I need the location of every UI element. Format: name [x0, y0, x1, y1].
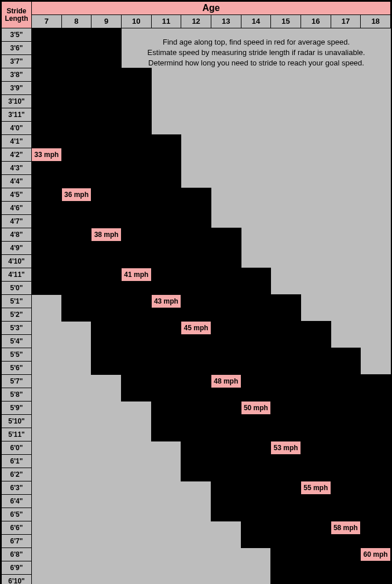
data-cell	[331, 468, 361, 481]
empty-cell	[181, 561, 211, 575]
empty-cell	[32, 375, 62, 388]
empty-cell	[301, 135, 331, 148]
empty-cell	[211, 215, 241, 228]
data-cell	[61, 68, 91, 82]
empty-cell	[181, 108, 211, 122]
empty-cell	[61, 495, 91, 508]
empty-cell	[181, 148, 211, 162]
avg-speed-cell: 38 mph	[91, 228, 122, 242]
data-cell	[361, 375, 391, 388]
stride-label: 5'1"	[2, 295, 32, 308]
data-cell	[241, 268, 271, 282]
data-cell	[151, 428, 181, 441]
data-cell	[121, 282, 151, 295]
empty-cell	[271, 42, 301, 55]
data-cell	[61, 228, 91, 242]
data-cell	[181, 202, 211, 215]
empty-cell	[91, 548, 122, 561]
empty-cell	[271, 82, 301, 95]
data-cell	[271, 455, 301, 468]
empty-cell	[301, 68, 331, 82]
data-cell	[301, 495, 331, 508]
data-cell	[32, 135, 62, 148]
data-cell	[151, 335, 181, 348]
data-cell	[361, 388, 391, 402]
empty-cell	[361, 228, 391, 242]
stride-age-table: Stride Length Age 789101112131415161718 …	[1, 1, 391, 584]
empty-cell	[121, 402, 151, 415]
data-cell	[121, 348, 151, 362]
data-cell	[301, 335, 331, 348]
empty-cell	[271, 215, 301, 228]
age-col-9: 9	[91, 15, 122, 28]
empty-cell	[241, 255, 271, 268]
empty-cell	[271, 95, 301, 108]
data-cell	[61, 215, 91, 228]
empty-cell	[151, 55, 181, 68]
data-cell	[301, 548, 331, 561]
empty-cell	[271, 242, 301, 255]
stride-label: 6'8"	[2, 548, 32, 561]
data-cell	[331, 388, 361, 402]
stride-label: 5'3"	[2, 322, 32, 335]
data-cell	[301, 508, 331, 521]
empty-cell	[61, 402, 91, 415]
data-cell	[361, 468, 391, 481]
data-cell	[211, 428, 241, 441]
empty-cell	[361, 255, 391, 268]
stride-label: 6'3"	[2, 481, 32, 495]
empty-cell	[181, 55, 211, 68]
empty-cell	[211, 162, 241, 175]
data-cell	[331, 508, 361, 521]
empty-cell	[301, 202, 331, 215]
empty-cell	[241, 215, 271, 228]
data-cell	[241, 455, 271, 468]
empty-cell	[361, 162, 391, 175]
stride-label: 5'4"	[2, 335, 32, 348]
data-cell	[361, 508, 391, 521]
empty-cell	[331, 255, 361, 268]
data-cell	[121, 322, 151, 335]
empty-cell	[301, 28, 331, 42]
data-cell	[181, 468, 211, 481]
empty-cell	[32, 308, 62, 322]
empty-cell	[361, 362, 391, 375]
empty-cell	[91, 428, 122, 441]
stride-label: 4'7"	[2, 215, 32, 228]
data-cell	[32, 228, 62, 242]
data-cell	[271, 415, 301, 428]
data-cell	[211, 255, 241, 268]
data-cell	[61, 242, 91, 255]
data-cell	[211, 268, 241, 282]
empty-cell	[301, 108, 331, 122]
data-cell	[151, 268, 181, 282]
empty-cell	[301, 95, 331, 108]
empty-cell	[61, 455, 91, 468]
data-cell	[151, 242, 181, 255]
empty-cell	[241, 95, 271, 108]
data-cell	[211, 388, 241, 402]
empty-cell	[301, 122, 331, 135]
data-cell	[241, 388, 271, 402]
data-cell	[181, 188, 211, 202]
empty-cell	[271, 175, 301, 188]
empty-cell	[32, 535, 62, 548]
empty-cell	[361, 28, 391, 42]
data-cell	[361, 481, 391, 495]
data-cell	[271, 308, 301, 322]
empty-cell	[121, 28, 151, 42]
empty-cell	[32, 495, 62, 508]
data-cell	[121, 295, 151, 308]
data-cell	[61, 175, 91, 188]
data-cell	[121, 68, 151, 82]
data-cell	[151, 375, 181, 388]
avg-speed-cell: 41 mph	[121, 268, 151, 282]
age-col-16: 16	[301, 15, 331, 28]
empty-cell	[301, 295, 331, 308]
empty-cell	[271, 202, 301, 215]
empty-cell	[211, 122, 241, 135]
data-cell	[91, 362, 122, 375]
empty-cell	[91, 535, 122, 548]
data-cell	[241, 481, 271, 495]
data-cell	[331, 561, 361, 575]
